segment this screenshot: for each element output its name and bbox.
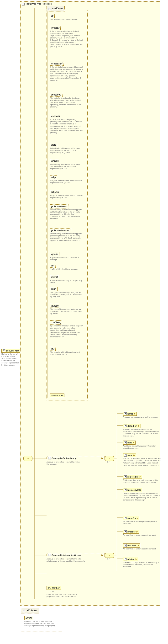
- attr-howuri: howuri: [50, 159, 60, 163]
- collapse-icon[interactable]: −: [2, 349, 5, 352]
- element-name: broader: [128, 530, 136, 533]
- attributes-label: attributes: [27, 609, 38, 612]
- attr-whyuri: whyuri: [50, 190, 60, 194]
- nav-arrow-icon: ▶: [138, 544, 139, 546]
- any-ns: ##other: [52, 587, 60, 589]
- attr-desc: If the attribute is empty, specifies whi…: [50, 66, 84, 81]
- expand-icon[interactable]: +: [124, 424, 127, 427]
- attr-desc: Why the metadata has been included - exp…: [50, 194, 84, 199]
- element-name: facet: [128, 454, 132, 456]
- nav-arrow-icon: ▶: [134, 412, 136, 415]
- attr-idrefs: idrefs: [24, 616, 33, 620]
- collapse-icon[interactable]: −: [23, 610, 25, 612]
- rel-occurrence: 0..∞: [107, 558, 110, 560]
- collapse-icon[interactable]: −: [48, 8, 51, 10]
- extension-type-name: Flex1PropType: [26, 3, 41, 5]
- expand-icon[interactable]: +: [124, 412, 127, 415]
- element-definition[interactable]: +definition▶: [123, 424, 141, 428]
- expand-icon[interactable]: +: [124, 558, 127, 560]
- root-description: Refers to the ids of elements whose valu…: [2, 353, 20, 366]
- nav-arrow-icon: ▶: [134, 454, 135, 456]
- extension-label: (extension): [42, 3, 52, 5]
- element-desc: A natural language definition of the sem…: [123, 428, 161, 437]
- element-desc: Additional natural language information …: [123, 445, 161, 449]
- element-facet[interactable]: +facet▶: [123, 453, 136, 457]
- expand-icon[interactable]: +: [124, 441, 127, 444]
- nav-arrow-icon: ▶: [137, 517, 138, 519]
- element-name: sameAs: [128, 517, 136, 519]
- element-desc: A natural language name for the concept.: [123, 416, 161, 418]
- attr-modified: modified: [50, 93, 62, 97]
- attributes-label: attributes: [52, 7, 63, 10]
- attr-desc: If set to true the corresponding propert…: [50, 118, 84, 134]
- root-sequence: -•-•-: [24, 456, 32, 461]
- element-desc: An identifier of a more generic concept.: [123, 534, 161, 536]
- nav-arrow-icon: ▶: [136, 558, 137, 560]
- collapse-icon[interactable]: −: [48, 554, 51, 556]
- element-name: derivedFrom: [6, 350, 19, 352]
- attr-desc: Indicates by which means the value was e…: [50, 163, 84, 170]
- attr-desc: If the property value is not defined, sp…: [50, 30, 84, 48]
- element-desc: A related concept, where the relationshi…: [123, 562, 161, 568]
- attr-how: how: [50, 143, 57, 147]
- def-occurrence: 0..∞: [107, 461, 110, 463]
- rel-sequence: -•-•-: [105, 553, 114, 558]
- expand-icon[interactable]: +: [124, 530, 127, 533]
- collapse-icon[interactable]: −: [48, 457, 51, 460]
- element-sameas[interactable]: +sameAs▶: [123, 516, 139, 520]
- element-note[interactable]: +note▶: [123, 440, 136, 444]
- concept-relationships-group[interactable]: − ConceptRelationshipsGroup ▶: [46, 553, 105, 557]
- element-name: note: [128, 442, 132, 444]
- expand-icon[interactable]: +: [124, 544, 127, 547]
- expand-icon[interactable]: +: [124, 517, 127, 519]
- attr-desc: Indicates by which means the value was e…: [50, 147, 84, 154]
- collapse-icon[interactable]: −: [22, 3, 24, 6]
- any-ns: ##other: [55, 394, 63, 396]
- attr-type: type: [50, 287, 58, 291]
- attr-id: id: [50, 14, 55, 18]
- def-sequence: -•-•-: [105, 456, 114, 461]
- root-element[interactable]: − derivedFrom: [2, 348, 20, 353]
- attr-literal: literal: [50, 275, 59, 279]
- nav-arrow-icon: ▶: [136, 530, 138, 533]
- element-desc: In NAR 1.8 and later, facet is deprecate…: [123, 458, 161, 466]
- attr-why: why: [50, 175, 57, 179]
- expand-icon[interactable]: +: [124, 476, 127, 478]
- expand-icon[interactable]: +: [124, 488, 127, 491]
- element-name[interactable]: +name▶: [123, 412, 137, 416]
- element-desc: A link to an item or a web resource whic…: [123, 479, 161, 483]
- attr-uri: uri: [50, 264, 56, 268]
- attr-desc: Specifies the language of this property …: [50, 325, 84, 338]
- attr-idrefs-desc: Refers to the ids of elements which valu…: [24, 620, 58, 627]
- attr-desc: The date (and, optionally, the time) whe…: [50, 97, 84, 108]
- element-name: narrower: [128, 544, 137, 547]
- attr-name: idrefs: [26, 617, 32, 620]
- element-hierarchyinfo[interactable]: +hierarchyInfo: [123, 488, 142, 492]
- element-narrower[interactable]: +narrower▶: [123, 544, 140, 548]
- attr-typeuri: typeuri: [50, 304, 60, 308]
- attr-desc: A URI which identifies a concept.: [50, 268, 84, 270]
- concept-definition-group[interactable]: − ConceptDefinitionGroup ▶: [46, 456, 105, 460]
- attr-desc: Why the metadata has been included - exp…: [50, 180, 84, 184]
- attr-pubconstraint: pubconstraint: [50, 204, 68, 208]
- element-desc: An identifier of a more specific concept…: [123, 548, 161, 550]
- attr-pubconstrainturi: pubconstrainturi: [50, 228, 71, 232]
- group-name: ConceptDefinitionGroup: [52, 457, 76, 460]
- element-broader[interactable]: +broader▶: [123, 530, 139, 534]
- element-remoteinfo[interactable]: +remoteInfo▶: [123, 475, 142, 479]
- element-related[interactable]: +related▶: [123, 557, 138, 561]
- attr-qcode: qcode: [50, 252, 60, 256]
- any-label: any: [48, 587, 52, 589]
- any-bottom-occurrence: 0..∞: [50, 590, 54, 592]
- attr-dir: dir: [50, 347, 56, 351]
- nav-arrow-icon: ▶: [102, 457, 103, 460]
- expand-icon[interactable]: +: [124, 454, 127, 456]
- attr-creator: creator: [50, 26, 60, 30]
- nav-arrow-icon: ▶: [140, 476, 141, 478]
- extension-box: − Flex1PropType (extension): [20, 2, 160, 606]
- attr-desc: One or many constraints that apply to pu…: [50, 232, 84, 242]
- group-name: ConceptRelationshipsGroup: [52, 554, 81, 556]
- any-attribute-top: any ##other: [50, 394, 64, 397]
- nav-arrow-icon: ▶: [102, 554, 103, 556]
- attr-desc: A qualified code which identifies a conc…: [50, 256, 84, 261]
